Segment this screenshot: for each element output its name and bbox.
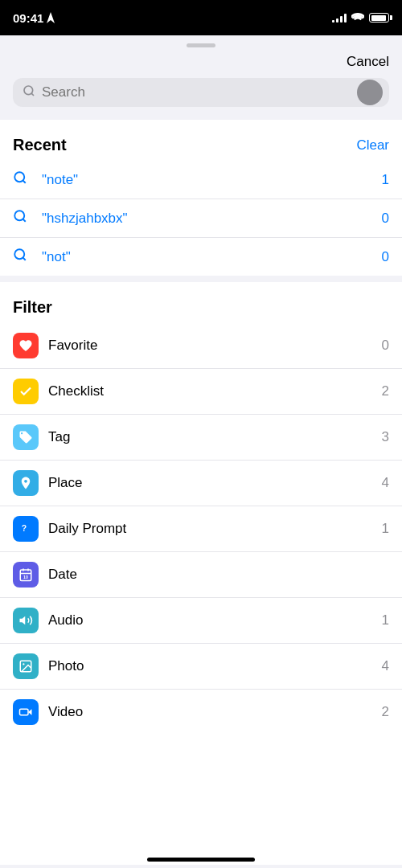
wifi-icon bbox=[351, 13, 364, 23]
svg-point-2 bbox=[14, 172, 24, 182]
filter-item[interactable]: Place 4 bbox=[0, 461, 402, 506]
filter-item-label: Audio bbox=[48, 612, 372, 628]
cancel-row: Cancel bbox=[0, 52, 402, 78]
filter-item-count: 0 bbox=[382, 338, 389, 354]
filter-item[interactable]: Checklist 2 bbox=[0, 369, 402, 415]
recent-item-count: 0 bbox=[382, 211, 389, 227]
svg-point-4 bbox=[14, 211, 24, 220]
drag-handle-container bbox=[0, 35, 402, 52]
filter-item[interactable]: Video 2 bbox=[0, 690, 402, 735]
filter-item-count: 2 bbox=[382, 704, 389, 720]
filter-item-label: Video bbox=[48, 704, 372, 720]
filter-icon: 10 bbox=[13, 562, 39, 588]
filter-item[interactable]: Tag 3 bbox=[0, 415, 402, 461]
recent-search-icon bbox=[13, 170, 32, 189]
svg-point-6 bbox=[14, 249, 24, 259]
filter-icon bbox=[13, 379, 39, 404]
recent-list: "note" 1 "hshzjahbxbx" 0 "not" 0 bbox=[0, 161, 402, 276]
filter-item-label: Tag bbox=[48, 429, 372, 445]
search-container bbox=[0, 78, 402, 120]
search-icon bbox=[23, 84, 35, 100]
recent-item-count: 0 bbox=[382, 249, 389, 265]
filter-icon bbox=[13, 424, 39, 450]
svg-text:?: ? bbox=[22, 523, 27, 533]
search-mic-button[interactable] bbox=[357, 80, 383, 105]
filter-icon bbox=[13, 653, 39, 679]
svg-text:10: 10 bbox=[23, 575, 28, 579]
time-display: 09:41 bbox=[13, 11, 43, 25]
search-input[interactable] bbox=[42, 84, 379, 100]
filter-item-count: 2 bbox=[382, 383, 389, 399]
status-time: 09:41 bbox=[13, 11, 55, 25]
svg-line-5 bbox=[23, 219, 25, 221]
filter-title: Filter bbox=[13, 298, 52, 317]
filter-item-label: Date bbox=[48, 567, 379, 583]
filter-item-count: 1 bbox=[382, 612, 389, 628]
drag-handle bbox=[187, 43, 215, 47]
recent-item-count: 1 bbox=[382, 172, 389, 188]
clear-button[interactable]: Clear bbox=[356, 137, 389, 154]
status-icons bbox=[332, 13, 389, 23]
filter-item[interactable]: Audio 1 bbox=[0, 598, 402, 644]
filter-item[interactable]: Photo 4 bbox=[0, 644, 402, 690]
filter-item-label: Daily Prompt bbox=[48, 521, 372, 537]
filter-item-count: 3 bbox=[382, 429, 389, 445]
signal-icon bbox=[332, 13, 347, 23]
recent-item[interactable]: "note" 1 bbox=[0, 161, 402, 199]
filter-item[interactable]: 10 Date bbox=[0, 552, 402, 598]
svg-point-0 bbox=[24, 86, 33, 95]
filter-item-label: Favorite bbox=[48, 338, 372, 354]
recent-item[interactable]: "hshzjahbxbx" 0 bbox=[0, 199, 402, 238]
svg-point-16 bbox=[23, 663, 24, 665]
filter-item[interactable]: ? Daily Prompt 1 bbox=[0, 506, 402, 552]
recent-item-text: "hshzjahbxbx" bbox=[42, 211, 372, 227]
filter-item-count: 4 bbox=[382, 658, 389, 674]
recent-title: Recent bbox=[13, 136, 67, 154]
filter-icon: ? bbox=[13, 516, 39, 542]
filter-list: Favorite 0 Checklist 2 Tag 3 Place 4 ? D… bbox=[0, 323, 402, 735]
search-bar bbox=[13, 78, 389, 107]
recent-search-icon bbox=[13, 248, 32, 266]
svg-line-3 bbox=[23, 180, 25, 182]
section-divider bbox=[0, 276, 402, 282]
filter-item-label: Place bbox=[48, 475, 372, 491]
cancel-button[interactable]: Cancel bbox=[347, 54, 389, 70]
filter-item-count: 1 bbox=[382, 521, 389, 537]
filter-icon bbox=[13, 608, 39, 633]
recent-item-text: "note" bbox=[42, 172, 372, 188]
filter-item-label: Photo bbox=[48, 658, 372, 674]
recent-item[interactable]: "not" 0 bbox=[0, 238, 402, 276]
filter-icon bbox=[13, 699, 39, 725]
home-indicator bbox=[147, 858, 255, 862]
filter-icon bbox=[13, 470, 39, 496]
filter-item-count: 4 bbox=[382, 475, 389, 491]
location-icon bbox=[47, 12, 55, 23]
filter-icon bbox=[13, 333, 39, 358]
recent-section-header: Recent Clear bbox=[0, 120, 402, 161]
recent-item-text: "not" bbox=[42, 249, 372, 265]
status-bar: 09:41 bbox=[0, 0, 402, 35]
svg-line-1 bbox=[31, 93, 34, 96]
filter-item[interactable]: Favorite 0 bbox=[0, 323, 402, 369]
main-content: Recent Clear "note" 1 "hshzjahbxbx" 0 bbox=[0, 120, 402, 865]
filter-section-header: Filter bbox=[0, 282, 402, 323]
svg-line-7 bbox=[23, 257, 25, 260]
filter-item-label: Checklist bbox=[48, 383, 372, 399]
recent-search-icon bbox=[13, 209, 32, 227]
svg-rect-17 bbox=[20, 709, 29, 715]
battery-icon bbox=[369, 13, 389, 23]
svg-marker-14 bbox=[20, 616, 26, 625]
